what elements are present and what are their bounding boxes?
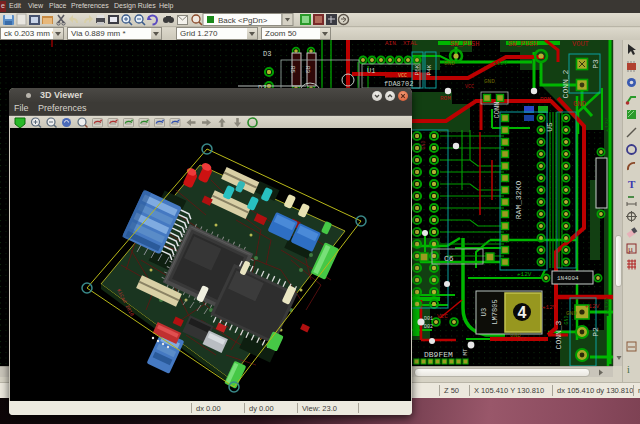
svg-text:GND: GND — [421, 140, 427, 149]
svg-text:RAM_32KO: RAM_32KO — [514, 181, 523, 220]
svg-text:R3: R3 — [304, 66, 311, 74]
svg-text:GND: GND — [573, 100, 586, 108]
svg-text:1N4004: 1N4004 — [557, 275, 579, 282]
svg-text:Back <PgDn>: Back <PgDn> — [218, 16, 268, 25]
svg-text:R5: R5 — [289, 66, 296, 74]
svg-text:CONN: CONN — [493, 102, 501, 119]
svg-text:VCC: VCC — [465, 84, 474, 90]
svg-text:+12V: +12V — [585, 303, 600, 310]
svg-text:VCC: VCC — [437, 313, 448, 320]
svg-text:AIN: AIN — [385, 40, 396, 47]
svg-text:D3: D3 — [263, 50, 271, 58]
svg-text:SW_PUSH: SW_PUSH — [508, 40, 537, 48]
svg-text:+12V: +12V — [542, 304, 557, 311]
svg-text:T: T — [628, 178, 636, 190]
svg-text:+12V: +12V — [517, 271, 532, 278]
svg-text:+12V: +12V — [604, 297, 611, 312]
svg-text:U3: U3 — [480, 308, 488, 316]
svg-text:VCC: VCC — [398, 73, 407, 79]
svg-text:+12V: +12V — [604, 117, 611, 132]
svg-text:U1: U1 — [367, 67, 375, 75]
svg-text:P4K: P4K — [426, 64, 433, 75]
svg-text:D02: D02 — [424, 324, 433, 330]
svg-text:µ: µ — [628, 245, 633, 254]
svg-text:GND: GND — [484, 78, 495, 85]
svg-text:ROM: ROM — [540, 96, 551, 103]
svg-text:GND: GND — [564, 315, 570, 324]
svg-text:SW_PUSH: SW_PUSH — [450, 40, 479, 48]
svg-text:P6K: P6K — [414, 64, 421, 75]
svg-text:VOUT: VOUT — [572, 40, 589, 48]
svg-text:DB9FEM: DB9FEM — [424, 350, 453, 359]
svg-text:CONN_2: CONN_2 — [561, 69, 570, 98]
svg-text:4: 4 — [518, 304, 527, 321]
svg-text:C6: C6 — [444, 254, 454, 263]
svg-text:D01: D01 — [424, 316, 433, 322]
svg-text:i: i — [627, 364, 630, 375]
svg-text:fDA8702: fDA8702 — [384, 80, 413, 88]
svg-text:MT: MT — [462, 348, 469, 356]
svg-text:+12V: +12V — [493, 60, 508, 67]
svg-text:LM7805: LM7805 — [491, 299, 499, 324]
svg-text:P3: P3 — [591, 59, 600, 69]
svg-text:XTAL: XTAL — [403, 40, 418, 47]
svg-text:U5: U5 — [545, 122, 554, 132]
svg-text:GND: GND — [444, 60, 455, 67]
svg-text:ROM: ROM — [440, 95, 451, 102]
svg-text:GND: GND — [510, 332, 521, 339]
svg-text:CONN_3: CONN_3 — [554, 320, 563, 349]
svg-text:P2: P2 — [591, 327, 600, 337]
